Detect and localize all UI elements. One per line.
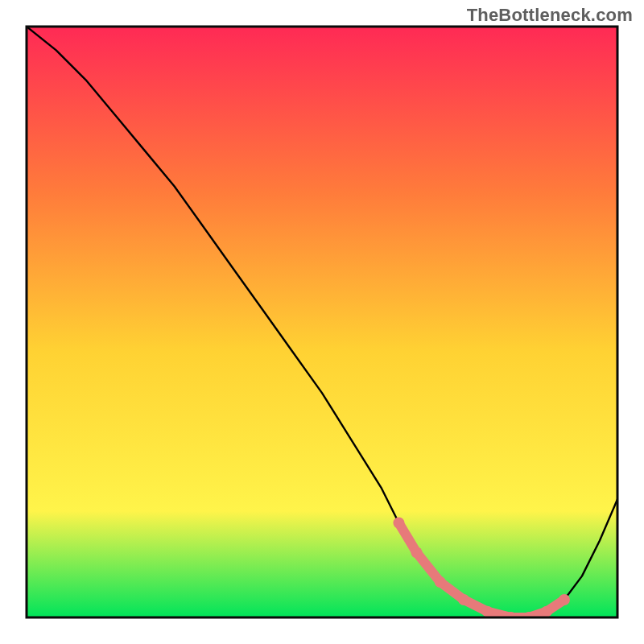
marker-dot [393,518,404,529]
marker-dot [435,576,446,588]
marker-dot [411,547,422,558]
watermark-text: TheBottleneck.com [467,5,633,26]
bottleneck-plot [0,0,644,644]
marker-dot [458,594,469,605]
marker-dot [541,606,552,617]
marker-dot [559,594,570,605]
marker-dot [482,606,493,617]
chart-container: TheBottleneck.com [0,0,644,644]
